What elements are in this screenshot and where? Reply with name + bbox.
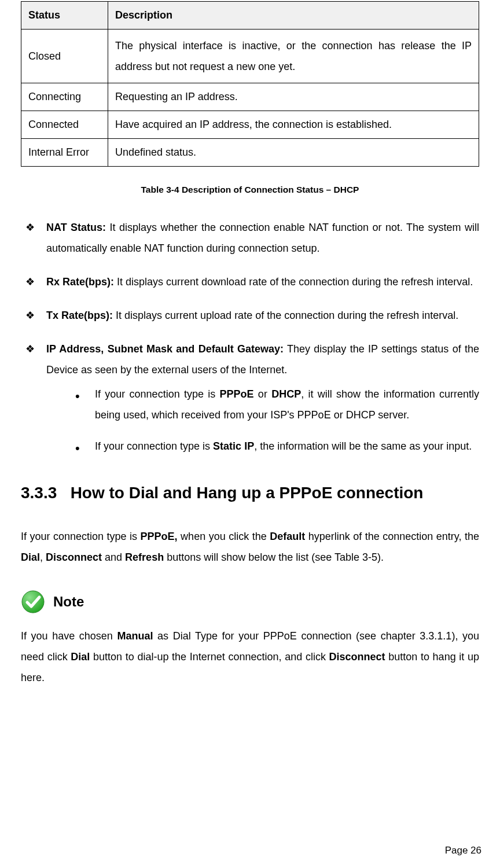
list-item-rx-rate: Rx Rate(bps): It displays current downlo… <box>21 271 479 292</box>
text: or <box>254 388 272 400</box>
status-table: Status Description Closed The physical i… <box>21 1 479 167</box>
table-caption: Table 3-4 Description of Connection Stat… <box>21 183 479 196</box>
bold-text: Dial <box>71 651 90 663</box>
list-item-ip-settings: IP Address, Subnet Mask and Default Gate… <box>21 339 479 457</box>
definition-label: Tx Rate(bps): <box>46 310 113 321</box>
sub-bullet-list: If your connection type is PPPoE or DHCP… <box>46 384 479 457</box>
table-row: Internal Error Undefined status. <box>21 139 479 167</box>
section-title: How to Dial and Hang up a PPPoE connecti… <box>71 484 424 502</box>
bold-text: DHCP <box>271 388 301 400</box>
text: , <box>40 551 46 563</box>
bold-text: Disconnect <box>329 651 385 663</box>
list-item-nat-status: NAT Status: It displays whether the conn… <box>21 217 479 259</box>
bold-text: Dial <box>21 551 40 563</box>
cell-status: Connecting <box>21 83 108 111</box>
checkmark-icon <box>21 590 45 614</box>
cell-description: The physical interface is inactive, or t… <box>108 30 479 83</box>
table-header-row: Status Description <box>21 2 479 30</box>
cell-status: Internal Error <box>21 139 108 167</box>
bold-text: Manual <box>117 630 153 642</box>
note-paragraph: If you have chosen Manual as Dial Type f… <box>21 626 479 688</box>
bold-text: PPPoE, <box>141 531 178 542</box>
header-status: Status <box>21 2 108 30</box>
bold-text: PPPoE <box>220 388 254 400</box>
cell-description: Have acquired an IP address, the connect… <box>108 111 479 139</box>
list-item: If your connection type is PPPoE or DHCP… <box>72 384 479 425</box>
section-number: 3.3.3 <box>21 484 57 502</box>
cell-status: Connected <box>21 111 108 139</box>
text: If you have chosen <box>21 630 117 642</box>
definition-label: Rx Rate(bps): <box>46 276 114 288</box>
bold-text: Refresh <box>125 551 164 563</box>
definition-text: It displays current upload rate of the c… <box>113 310 458 321</box>
header-description: Description <box>108 2 479 30</box>
intro-paragraph: If your connection type is PPPoE, when y… <box>21 526 479 568</box>
definition-text: It displays current download rate of the… <box>114 276 473 288</box>
text: when you click the <box>178 531 270 542</box>
cell-description: Undefined status. <box>108 139 479 167</box>
table-row: Closed The physical interface is inactiv… <box>21 30 479 83</box>
text: If your connection type is <box>95 388 220 400</box>
text: button to dial-up the Internet connectio… <box>90 651 329 663</box>
table-row: Connecting Requesting an IP address. <box>21 83 479 111</box>
section-heading: 3.3.3 How to Dial and Hang up a PPPoE co… <box>21 481 479 505</box>
svg-point-0 <box>22 591 44 613</box>
text: If your connection type is <box>21 531 141 542</box>
text: hyperlink of the connection entry, the <box>305 531 479 542</box>
table-row: Connected Have acquired an IP address, t… <box>21 111 479 139</box>
note-label: Note <box>53 591 84 612</box>
note-header: Note <box>21 590 479 614</box>
bold-text: Disconnect <box>46 551 102 563</box>
bold-text: Default <box>270 531 305 542</box>
definition-list: NAT Status: It displays whether the conn… <box>21 217 479 457</box>
text: , the information will be the same as yo… <box>254 440 472 452</box>
text: and <box>102 551 125 563</box>
text: buttons will show below the list (see Ta… <box>164 551 384 563</box>
list-item-tx-rate: Tx Rate(bps): It displays current upload… <box>21 305 479 326</box>
definition-label: NAT Status: <box>46 222 106 233</box>
cell-status: Closed <box>21 30 108 83</box>
bold-text: Static IP <box>213 440 254 452</box>
list-item: If your connection type is Static IP, th… <box>72 436 479 457</box>
definition-label: IP Address, Subnet Mask and Default Gate… <box>46 343 284 355</box>
text: If your connection type is <box>95 440 213 452</box>
cell-description: Requesting an IP address. <box>108 83 479 111</box>
page-number: Page 26 <box>445 843 481 858</box>
definition-text: It displays whether the connection enabl… <box>46 222 479 254</box>
